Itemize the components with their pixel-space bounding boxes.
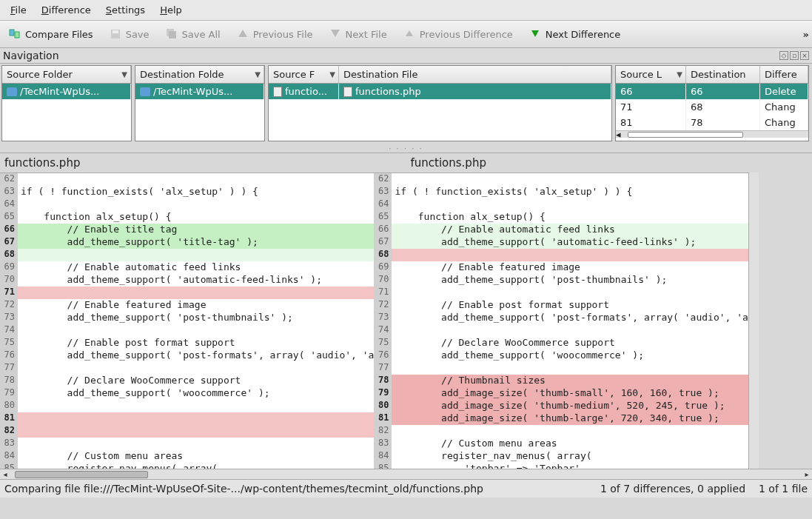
code-line[interactable]: 71	[0, 287, 374, 299]
previous-file-button[interactable]: Previous File	[231, 25, 319, 43]
diff-row[interactable]: 7168Chang	[616, 99, 808, 115]
navigation-header: Navigation ◇ ▫ ×	[0, 48, 812, 64]
code-line[interactable]: 65 function alx_setup() {	[0, 211, 374, 224]
code-text: // Enable post format support	[18, 337, 374, 349]
code-line[interactable]: 83 // Custom menu areas	[374, 438, 748, 450]
code-line[interactable]: 71	[374, 287, 748, 299]
code-text	[18, 425, 374, 438]
right-editor[interactable]: 6263if ( ! function_exists( 'alx_setup' …	[374, 173, 748, 469]
code-line[interactable]: 84 // Custom menu areas	[0, 450, 374, 463]
code-line[interactable]: 79 add_image_size( 'thumb-small', 160, 1…	[374, 387, 748, 400]
diff-row[interactable]: 6666Delete	[616, 84, 808, 99]
scroll-left-arrow[interactable]: ◂	[0, 470, 10, 479]
code-line[interactable]: 65 function alx_setup() {	[374, 211, 748, 224]
menu-settings[interactable]: Settings	[98, 1, 152, 19]
code-line[interactable]: 63if ( ! function_exists( 'alx_setup' ) …	[0, 186, 374, 198]
code-line[interactable]: 64	[374, 198, 748, 211]
horizontal-scrollbar[interactable]: ◂ ▸	[0, 469, 812, 479]
code-line[interactable]: 85 register_nav_menus( array(	[0, 463, 374, 469]
code-line[interactable]: 64	[0, 198, 374, 211]
dest-folder-head[interactable]: Destination Folde▼	[135, 66, 264, 83]
code-line[interactable]: 68	[374, 249, 748, 261]
code-text	[392, 249, 748, 261]
code-line[interactable]: 70 add_theme_support( 'post-thumbnails' …	[374, 274, 748, 287]
code-line[interactable]: 74	[374, 324, 748, 337]
previous-diff-button[interactable]: Previous Difference	[397, 25, 519, 43]
status-files: 1 of 1 file	[759, 483, 808, 495]
diff-scrollbar[interactable]: ◂	[616, 130, 808, 138]
source-folder-row[interactable]: /TecMint-WpUs...	[2, 84, 131, 99]
code-line[interactable]: 66 // Enable title tag	[0, 224, 374, 236]
code-line[interactable]: 82	[374, 425, 748, 438]
code-line[interactable]: 76 add_theme_support( 'woocommerce' );	[374, 349, 748, 362]
source-file-head[interactable]: Source F▼	[269, 66, 339, 83]
compare-files-button[interactable]: Compare Files	[3, 25, 99, 43]
code-line[interactable]: 80	[0, 400, 374, 412]
splitter-handle[interactable]: · · · · ·	[0, 144, 812, 153]
menu-file[interactable]: File	[3, 1, 34, 19]
diff-dst-head[interactable]: Destination	[686, 66, 760, 83]
line-number: 73	[0, 312, 18, 324]
toolbar: Compare Files Save Save All Previous Fil…	[0, 21, 812, 48]
code-line[interactable]: 67 add_theme_support( 'title-tag' );	[0, 236, 374, 249]
scroll-right-arrow[interactable]: ▸	[802, 470, 812, 479]
code-line[interactable]: 63if ( ! function_exists( 'alx_setup' ) …	[374, 186, 748, 198]
code-text	[18, 287, 374, 299]
code-line[interactable]: 83	[0, 438, 374, 450]
next-file-button[interactable]: Next File	[323, 25, 393, 43]
toolbar-overflow[interactable]: »	[803, 29, 809, 40]
code-line[interactable]: 80 add_image_size( 'thumb-medium', 520, …	[374, 400, 748, 412]
menu-help[interactable]: Help	[152, 1, 189, 19]
code-text	[392, 287, 748, 299]
code-line[interactable]: 76 add_theme_support( 'post-formats', ar…	[0, 349, 374, 362]
code-line[interactable]: 82	[0, 425, 374, 438]
vertical-scrollbar[interactable]	[748, 173, 759, 469]
code-line[interactable]: 72 // Enable post format support	[374, 299, 748, 312]
menu-difference[interactable]: Difference	[34, 1, 98, 19]
code-line[interactable]: 78 // Thumbnail sizes	[374, 375, 748, 387]
source-folder-head[interactable]: Source Folder▼	[2, 66, 131, 83]
diff-src-head[interactable]: Source L▼	[616, 66, 686, 83]
code-line[interactable]: 85 'topbar' => 'Topbar',	[374, 463, 748, 469]
diff-row[interactable]: 8178Chang	[616, 115, 808, 130]
code-line[interactable]: 77	[0, 362, 374, 375]
code-line[interactable]: 73 add_theme_support( 'post-formats', ar…	[374, 312, 748, 324]
code-line[interactable]: 79 add_theme_support( 'woocommerce' );	[0, 387, 374, 400]
code-line[interactable]: 68	[0, 249, 374, 261]
code-line[interactable]: 74	[0, 324, 374, 337]
code-text: add_image_size( 'thumb-small', 160, 160,…	[392, 387, 748, 400]
code-line[interactable]: 78 // Declare WooCommerce support	[0, 375, 374, 387]
code-line[interactable]: 72 // Enable featured image	[0, 299, 374, 312]
code-line[interactable]: 70 add_theme_support( 'automatic-feed-li…	[0, 274, 374, 287]
code-line[interactable]: 62	[374, 173, 748, 186]
code-line[interactable]: 84 register_nav_menus( array(	[374, 450, 748, 463]
code-line[interactable]: 69 // Enable automatic feed links	[0, 261, 374, 274]
nav-restore-icon[interactable]: ▫	[790, 51, 799, 60]
code-line[interactable]: 81 add_image_size( 'thumb-large', 720, 3…	[374, 412, 748, 425]
dest-folder-row[interactable]: /TecMint-WpUs...	[135, 84, 264, 99]
code-text	[392, 362, 748, 375]
code-line[interactable]: 77	[374, 362, 748, 375]
nav-detach-icon[interactable]: ◇	[779, 51, 788, 60]
code-line[interactable]: 67 add_theme_support( 'automatic-feed-li…	[374, 236, 748, 249]
code-line[interactable]: 81	[0, 412, 374, 425]
save-all-button[interactable]: Save All	[160, 25, 227, 43]
code-line[interactable]: 73 add_theme_support( 'post-thumbnails' …	[0, 312, 374, 324]
save-label: Save	[126, 29, 150, 40]
code-line[interactable]: 75 // Enable post format support	[0, 337, 374, 349]
nav-close-icon[interactable]: ×	[800, 51, 809, 60]
left-editor[interactable]: 6263if ( ! function_exists( 'alx_setup' …	[0, 173, 374, 469]
dest-file-head[interactable]: Destination File	[339, 66, 611, 83]
next-diff-button[interactable]: Next Difference	[523, 25, 626, 43]
line-number: 63	[0, 186, 18, 198]
scroll-thumb[interactable]	[15, 471, 148, 478]
code-line[interactable]: 66 // Enable automatic feed links	[374, 224, 748, 236]
code-line[interactable]: 62	[0, 173, 374, 186]
code-line[interactable]: 75 // Declare WooCommerce support	[374, 337, 748, 349]
save-button[interactable]: Save	[104, 25, 155, 43]
code-text	[18, 249, 374, 261]
file-row[interactable]: functio... functions.php	[269, 84, 611, 99]
diff-type-head[interactable]: Differe	[760, 66, 808, 83]
status-diffs: 1 of 7 differences, 0 applied	[600, 483, 745, 495]
code-line[interactable]: 69 // Enable featured image	[374, 261, 748, 274]
